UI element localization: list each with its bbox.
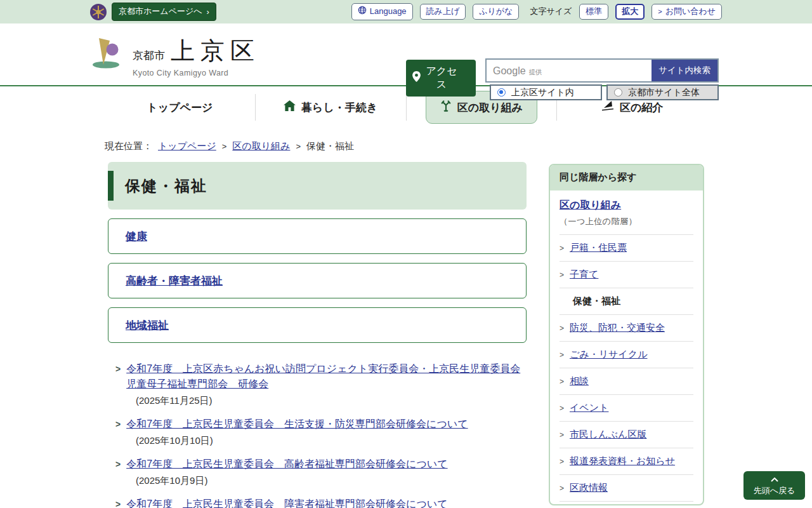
sidebar-link-press-releases[interactable]: 報道発表資料・お知らせ (570, 455, 675, 467)
sidebar-parent-link[interactable]: 区の取り組み (560, 199, 621, 210)
site-search-button-label: サイト内検索 (658, 65, 710, 76)
search-scope-ward-label: 上京区サイト内 (511, 87, 574, 98)
sidebar-item-ward-administration: > 区政情報 (560, 474, 693, 502)
contact-button[interactable]: > お問い合わせ (652, 4, 722, 20)
furigana-button[interactable]: ふりがな (473, 4, 519, 20)
news-item: > 令和7年度 上京区赤ちゃんお祝い訪問プロジェクト実行委員会・上京民生児童委員… (115, 361, 527, 408)
furigana-label: ふりがな (479, 6, 513, 17)
sidebar-link-events[interactable]: イベント (570, 402, 608, 414)
news-link[interactable]: 令和7年度 上京民生児童委員会 生活支援・防災専門部会研修会について (126, 417, 468, 432)
chevron-right-icon: > (560, 324, 564, 333)
news-link[interactable]: 令和7年度 上京民生児童委員会 障害者福祉専門部会研修会について (126, 497, 447, 508)
news-item: > 令和7年度 上京民生児童委員会 高齢者福祉専門部会研修会について (2025… (115, 457, 527, 488)
search-scope-ward[interactable]: 上京区サイト内 (490, 84, 602, 100)
sidebar-link-ward-administration[interactable]: 区政情報 (570, 482, 608, 494)
site-title: 京都市 上京区 Kyoto City Kamigyo Ward (133, 35, 260, 77)
category-link-community-welfare[interactable]: 地域福祉 (126, 318, 169, 333)
nav-top-page[interactable]: トップページ (132, 91, 227, 124)
chevron-right-icon: › (207, 8, 209, 16)
sidebar-link-disaster-safety[interactable]: 防災、防犯・交通安全 (570, 322, 665, 334)
page-title: 保健・福祉 (108, 162, 527, 210)
search-input[interactable]: Google 提供 (487, 60, 652, 81)
site-logo[interactable]: 京都市 上京区 Kyoto City Kamigyo Ward (91, 35, 260, 77)
city-name: 京都市 (133, 48, 165, 63)
ward-name-english: Kyoto City Kamigyo Ward (133, 69, 260, 77)
chevron-up-icon (771, 474, 778, 484)
category-box-community-welfare: 地域福祉 (108, 307, 527, 343)
sidebar-item-health-welfare-current: 保健・福祉 (560, 288, 693, 314)
sidebar-item-childcare: > 子育て (560, 261, 693, 288)
home-icon (284, 100, 296, 114)
news-item: > 令和7年度 上京民生児童委員会 生活支援・防災専門部会研修会について (20… (115, 417, 527, 448)
search-provider-suffix: 提供 (529, 68, 542, 77)
breadcrumb-current: 保健・福祉 (306, 140, 354, 152)
chevron-right-icon: > (560, 484, 564, 493)
news-list: > 令和7年度 上京区赤ちゃんお祝い訪問プロジェクト実行委員会・上京民生児童委員… (108, 361, 527, 508)
sidebar-item-family-register: > 戸籍・住民票 (560, 234, 693, 261)
nav-living-procedures-label: 暮らし・手続き (301, 100, 377, 115)
sprout-icon (440, 100, 452, 115)
search-scope-city-label: 京都市サイト全体 (628, 87, 700, 98)
chevron-right-icon: > (115, 457, 121, 472)
sidebar-link-consultation[interactable]: 相談 (570, 375, 589, 387)
font-size-large-button[interactable]: 拡大 (615, 4, 645, 20)
sidebar-item-disaster-safety: > 防災、防犯・交通安全 (560, 314, 693, 341)
access-button[interactable]: アクセス (406, 60, 476, 97)
sidebar-title: 同じ階層から探す (550, 165, 703, 190)
font-size-standard-button[interactable]: 標準 (579, 4, 608, 20)
sidebar-item-events: > イベント (560, 394, 693, 421)
breadcrumb-top-page[interactable]: トップページ (158, 140, 216, 152)
kyoto-city-emblem-icon (90, 4, 107, 20)
sidebar-item-press-releases: > 報道発表資料・お知らせ (560, 448, 693, 474)
news-date: (2025年10月9日) (136, 473, 527, 488)
site-search-button[interactable]: サイト内検索 (652, 60, 717, 81)
read-aloud-button[interactable]: 読み上げ (420, 4, 466, 20)
city-homepage-label: 京都市ホームページへ (119, 6, 202, 17)
category-box-health: 健康 (108, 218, 527, 254)
category-link-health[interactable]: 健康 (126, 229, 147, 244)
access-label: アクセス (425, 65, 458, 91)
sidebar-item-garbage-recycle: > ごみ・リサイクル (560, 341, 693, 368)
site-header: 京都市 上京区 Kyoto City Kamigyo Ward アクセス Goo… (0, 23, 812, 85)
chevron-right-icon: > (658, 7, 662, 16)
sidebar-item-citizen-newspaper: > 市民しんぶん区版 (560, 421, 693, 448)
nav-living-procedures[interactable]: 暮らし・手続き (269, 91, 392, 124)
title-accent-bar (108, 171, 114, 201)
chevron-right-icon: > (560, 351, 564, 359)
chevron-right-icon: > (115, 497, 121, 508)
search-scope-city[interactable]: 京都市サイト全体 (606, 84, 719, 100)
chevron-right-icon: > (560, 457, 564, 466)
breadcrumb-ward-initiatives[interactable]: 区の取り組み (232, 140, 290, 152)
contact-label: お問い合わせ (665, 6, 716, 17)
chevron-right-icon: > (560, 377, 564, 386)
category-link-elderly-disability[interactable]: 高齢者・障害者福祉 (126, 274, 223, 288)
sidebar-item-consultation: > 相談 (560, 368, 693, 394)
language-button[interactable]: Language (351, 3, 413, 21)
news-link[interactable]: 令和7年度 上京区赤ちゃんお祝い訪問プロジェクト実行委員会・上京民生児童委員会児… (126, 361, 527, 392)
language-label: Language (370, 6, 407, 17)
city-homepage-button[interactable]: 京都市ホームページへ › (112, 3, 216, 21)
utility-actions: Language 読み上げ ふりがな 文字サイズ 標準 拡大 > お問い合わせ (351, 3, 722, 21)
back-to-top-button[interactable]: 先頭へ戻る (743, 471, 805, 500)
read-aloud-label: 読み上げ (426, 6, 460, 17)
nav-ward-initiatives-label: 区の取り組み (457, 100, 523, 115)
chevron-right-icon: > (296, 142, 301, 151)
chevron-right-icon: > (115, 361, 121, 392)
sidebar-link-family-register[interactable]: 戸籍・住民票 (570, 242, 627, 254)
news-link[interactable]: 令和7年度 上京民生児童委員会 高齢者福祉専門部会研修会について (126, 457, 447, 472)
breadcrumb-label: 現在位置： (105, 140, 152, 152)
sidebar-current-label: 保健・福祉 (573, 295, 620, 307)
sidebar-link-garbage-recycle[interactable]: ごみ・リサイクル (570, 349, 647, 361)
page-title-box: 保健・福祉 (108, 162, 527, 210)
font-size-label: 文字サイズ (530, 6, 572, 17)
breadcrumb: 現在位置： トップページ > 区の取り組み > 保健・福祉 (105, 140, 812, 152)
sidebar-parent-note: （一つ上位の階層） (560, 216, 693, 227)
sidebar-link-citizen-newspaper[interactable]: 市民しんぶん区版 (570, 429, 646, 441)
chevron-right-icon: > (560, 404, 564, 413)
chevron-right-icon: > (560, 244, 564, 253)
main-content: 保健・福祉 健康 高齢者・障害者福祉 地域福祉 > 令和7年度 上京区赤ちゃんお… (108, 162, 527, 508)
radio-unselected-icon[interactable] (614, 88, 622, 97)
radio-selected-icon[interactable] (497, 88, 506, 97)
sidebar-link-childcare[interactable]: 子育て (570, 269, 598, 281)
chevron-right-icon: > (115, 417, 121, 432)
